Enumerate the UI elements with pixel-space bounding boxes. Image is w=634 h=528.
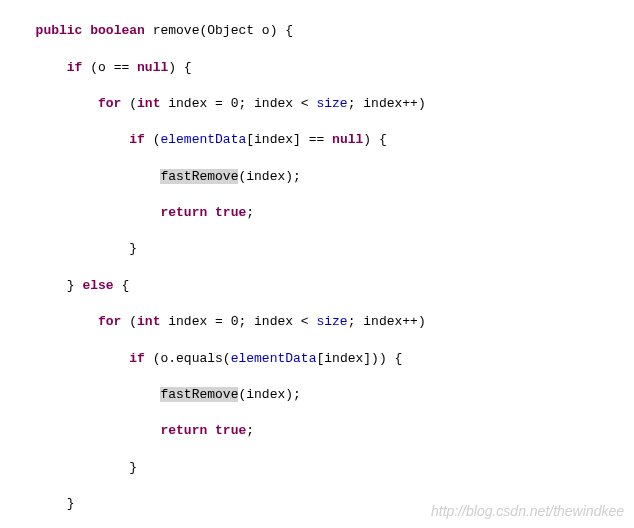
code-line: return true; [20, 422, 634, 440]
field: elementData [231, 351, 317, 366]
code-line: if (elementData[index] == null) { [20, 131, 634, 149]
field: elementData [160, 132, 246, 147]
field: size [316, 314, 347, 329]
code-line: if (o == null) { [20, 59, 634, 77]
code-text: (index); [238, 387, 300, 402]
keyword: int [137, 314, 160, 329]
code-line: } [20, 459, 634, 477]
code-line: if (o.equals(elementData[index])) { [20, 350, 634, 368]
keyword: int [137, 96, 160, 111]
keyword: public [36, 23, 83, 38]
keyword: return [160, 205, 207, 220]
code-line: for (int index = 0; index < size; index+… [20, 313, 634, 331]
code-text: (index); [238, 169, 300, 184]
code-line: } [20, 240, 634, 258]
code-line: } [20, 495, 634, 513]
keyword: for [98, 314, 121, 329]
code-line: fastRemove(index); [20, 168, 634, 186]
method-call-highlight: fastRemove [160, 387, 238, 402]
keyword: true [215, 423, 246, 438]
code-line: return true; [20, 204, 634, 222]
keyword: else [82, 278, 113, 293]
keyword: true [215, 205, 246, 220]
keyword: for [98, 96, 121, 111]
keyword: if [129, 132, 145, 147]
keyword: if [129, 351, 145, 366]
keyword: null [137, 60, 168, 75]
method-call-highlight: fastRemove [160, 169, 238, 184]
keyword: boolean [90, 23, 145, 38]
code-line: for (int index = 0; index < size; index+… [20, 95, 634, 113]
code-line: fastRemove(index); [20, 386, 634, 404]
code-line: public boolean remove(Object o) { [20, 22, 634, 40]
keyword: if [67, 60, 83, 75]
code-line: } else { [20, 277, 634, 295]
keyword: null [332, 132, 363, 147]
field: size [316, 96, 347, 111]
code-block: public boolean remove(Object o) { if (o … [0, 0, 634, 528]
keyword: return [160, 423, 207, 438]
